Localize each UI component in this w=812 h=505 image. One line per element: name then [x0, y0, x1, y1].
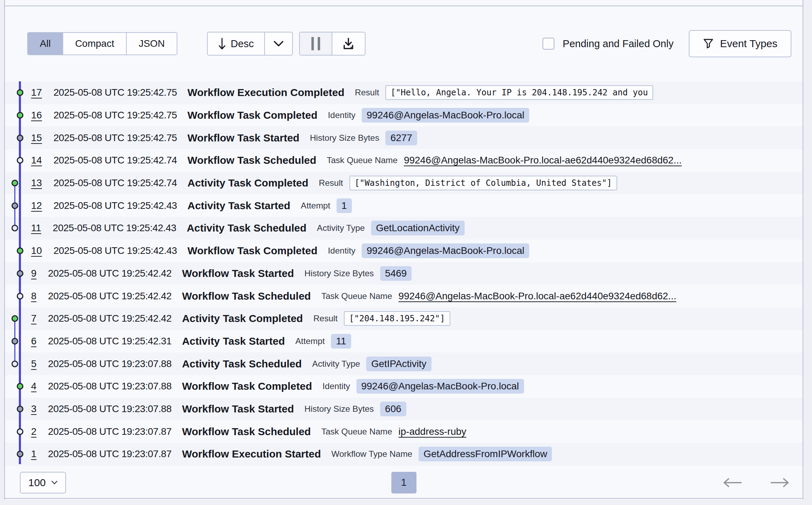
event-row[interactable]: 14 2025-05-08 UTC 19:25:42.74 Workflow T… [5, 149, 803, 172]
download-icon [341, 37, 355, 51]
event-row[interactable]: 7 2025-05-08 UTC 19:25:42.42 Activity Ta… [5, 307, 803, 330]
event-id-link[interactable]: 15 [31, 132, 42, 144]
event-row[interactable]: 12 2025-05-08 UTC 19:25:42.43 Activity T… [5, 194, 803, 217]
event-detail-label: Task Queue Name [321, 291, 392, 301]
pause-button[interactable] [300, 32, 332, 55]
event-id-link[interactable]: 11 [31, 222, 41, 234]
event-detail-label: Result [313, 314, 338, 323]
event-detail-value[interactable]: 99246@Angelas-MacBook-Pro.local-ae62d440… [398, 291, 676, 302]
status-dot [12, 180, 18, 186]
event-timestamp: 2025-05-08 UTC 19:23:07.87 [48, 448, 172, 460]
pending-failed-label: Pending and Failed Only [563, 38, 674, 50]
event-row[interactable]: 8 2025-05-08 UTC 19:25:42.42 Workflow Ta… [5, 285, 803, 307]
event-row[interactable]: 6 2025-05-08 UTC 19:25:42.31 Activity Ta… [5, 330, 803, 353]
event-name: Workflow Task Completed [182, 380, 312, 392]
event-id-link[interactable]: 6 [31, 336, 37, 347]
pending-failed-checkbox[interactable] [542, 38, 554, 50]
event-row[interactable]: 5 2025-05-08 UTC 19:23:07.88 Activity Ta… [5, 352, 803, 375]
event-timestamp: 2025-05-08 UTC 19:25:42.75 [53, 110, 177, 121]
event-name: Activity Task Started [187, 200, 290, 212]
event-timestamp: 2025-05-08 UTC 19:25:42.31 [48, 336, 172, 347]
event-name: Activity Task Started [182, 335, 285, 347]
status-dot [17, 134, 23, 141]
event-row[interactable]: 1 2025-05-08 UTC 19:23:07.87 Workflow Ex… [5, 443, 803, 466]
page-size-select[interactable]: 100 [20, 472, 66, 493]
event-id-link[interactable]: 3 [31, 403, 37, 415]
event-detail-label: Activity Type [317, 223, 365, 233]
next-page-button[interactable] [770, 477, 790, 488]
pagination-bar: 100 1 [5, 467, 803, 499]
event-detail-value: 99246@Angelas-MacBook-Pro.local [362, 108, 529, 123]
event-row[interactable]: 17 2025-05-08 UTC 19:25:42.75 Workflow E… [5, 81, 803, 104]
event-row[interactable]: 15 2025-05-08 UTC 19:25:42.75 Workflow T… [5, 126, 803, 149]
event-detail-value[interactable]: 99246@Angelas-MacBook-Pro.local-ae62d440… [404, 155, 682, 166]
event-row[interactable]: 13 2025-05-08 UTC 19:25:42.74 Activity T… [5, 172, 803, 195]
event-id-link[interactable]: 12 [31, 200, 42, 211]
status-dot [12, 338, 18, 344]
event-timestamp: 2025-05-08 UTC 19:25:42.74 [53, 177, 177, 189]
event-timestamp: 2025-05-08 UTC 19:23:07.88 [48, 358, 172, 369]
view-toggle-json[interactable]: JSON [126, 33, 177, 54]
pause-icon [311, 37, 320, 50]
previous-page-button[interactable] [722, 477, 743, 488]
event-name: Activity Task Completed [182, 313, 303, 324]
event-detail-label: Identity [323, 381, 350, 391]
event-row[interactable]: 11 2025-05-08 UTC 19:25:42.43 Activity T… [5, 217, 803, 240]
event-timestamp: 2025-05-08 UTC 19:25:42.43 [53, 245, 177, 256]
event-id-link[interactable]: 10 [31, 245, 42, 256]
event-id-link[interactable]: 1 [31, 448, 37, 460]
event-row[interactable]: 9 2025-05-08 UTC 19:25:42.42 Workflow Ta… [5, 262, 803, 285]
pending-failed-toggle[interactable]: Pending and Failed Only [542, 38, 674, 50]
event-id-link[interactable]: 13 [31, 177, 42, 189]
status-dot [17, 89, 23, 96]
event-detail-label: Identity [328, 246, 355, 256]
event-detail-label: History Size Bytes [304, 404, 374, 414]
event-id-link[interactable]: 9 [31, 268, 37, 279]
event-id-link[interactable]: 17 [31, 87, 42, 98]
event-detail-label: Result [319, 178, 343, 188]
event-row[interactable]: 10 2025-05-08 UTC 19:25:42.43 Workflow T… [5, 240, 803, 262]
status-dot [12, 360, 18, 367]
event-name: Workflow Task Scheduled [187, 154, 316, 166]
event-row[interactable]: 2 2025-05-08 UTC 19:23:07.87 Workflow Ta… [5, 420, 803, 443]
event-detail-value: GetAddressFromIPWorkflow [419, 447, 552, 461]
event-types-filter-button[interactable]: Event Types [689, 30, 791, 57]
event-row[interactable]: 16 2025-05-08 UTC 19:25:42.75 Workflow T… [5, 104, 803, 127]
event-id-link[interactable]: 14 [31, 155, 42, 166]
event-name: Workflow Task Completed [187, 109, 317, 121]
event-types-label: Event Types [720, 38, 777, 50]
sort-order-button[interactable]: Desc [208, 32, 264, 55]
event-id-link[interactable]: 7 [31, 313, 37, 324]
event-rows: 17 2025-05-08 UTC 19:25:42.75 Workflow E… [5, 81, 803, 464]
sort-order-menu-button[interactable] [264, 32, 292, 55]
event-id-link[interactable]: 5 [31, 358, 37, 369]
event-row[interactable]: 4 2025-05-08 UTC 19:23:07.88 Workflow Ta… [5, 375, 803, 398]
event-detail-label: Task Queue Name [321, 427, 392, 437]
event-timestamp: 2025-05-08 UTC 19:23:07.87 [48, 426, 172, 437]
event-detail-label: Attempt [301, 201, 330, 211]
event-detail-value[interactable]: ip-address-ruby [398, 426, 466, 437]
sort-order-group: Desc [207, 32, 293, 56]
event-timestamp: 2025-05-08 UTC 19:25:42.42 [48, 268, 172, 279]
event-id-link[interactable]: 16 [31, 110, 42, 121]
filter-funnel-icon [703, 38, 714, 49]
event-id-link[interactable]: 8 [31, 291, 37, 302]
event-detail-label: History Size Bytes [304, 269, 374, 278]
event-detail-value: 6277 [385, 131, 417, 145]
status-dot [17, 451, 23, 458]
view-toggle-compact[interactable]: Compact [62, 33, 126, 54]
event-name: Activity Task Scheduled [182, 358, 302, 370]
event-detail-label: Attempt [295, 336, 325, 346]
event-id-link[interactable]: 2 [31, 426, 37, 437]
event-detail-value: 606 [380, 402, 406, 416]
status-dot [12, 315, 18, 322]
event-id-link[interactable]: 4 [31, 381, 37, 392]
current-page-indicator[interactable]: 1 [391, 472, 416, 493]
status-dot [17, 157, 23, 164]
download-button[interactable] [332, 32, 365, 55]
event-detail-label: Identity [328, 110, 355, 120]
chevron-down-icon [273, 41, 284, 47]
view-toggle-all[interactable]: All [28, 33, 62, 54]
event-name: Workflow Task Completed [187, 245, 317, 257]
event-row[interactable]: 3 2025-05-08 UTC 19:23:07.88 Workflow Ta… [5, 398, 803, 420]
